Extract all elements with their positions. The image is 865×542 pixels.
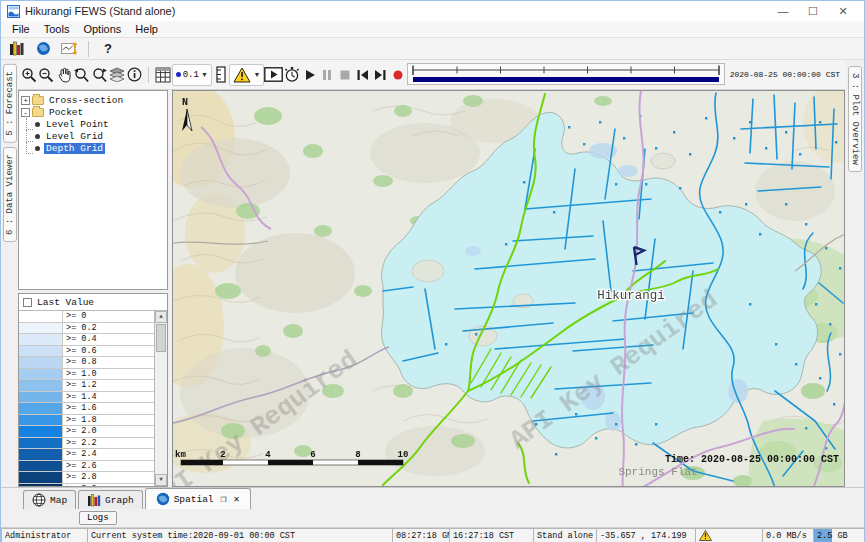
help-button[interactable]: ? [96,39,120,59]
legend-row-label: >= 2.8 [63,472,154,483]
legend-scrollbar[interactable]: ▲ ▼ [154,311,167,486]
tab-spatial[interactable]: Spatial ❐ ✕ [145,488,251,509]
tab-close-icon[interactable]: ✕ [234,493,240,505]
legend-row: >= 3.0 [19,484,154,487]
tree-node-label[interactable]: Pocket [47,107,85,118]
pause-button[interactable] [319,63,337,87]
grid-display-button[interactable] [154,63,172,87]
panel-tab-data-viewer[interactable]: 6 : Data Viewer [3,147,17,242]
legend-row: >= 0.2 [19,323,154,335]
record-button[interactable] [389,63,407,87]
legend-row-label: >= 1.2 [63,380,154,391]
memory-label: 2.5 GB [817,531,848,541]
tree-node-level-point[interactable]: Level Point [21,118,165,130]
tree-node-depth-grid[interactable]: Depth Grid [21,142,165,154]
scale-bar-button[interactable] [212,63,230,87]
legend-row: >= 0.4 [19,334,154,346]
menu-options[interactable]: Options [76,22,128,36]
tab-map[interactable]: Map [23,490,76,509]
magnifier-minus-icon [38,67,54,83]
tree-node-pocket[interactable]: - Pocket [21,106,165,118]
close-button[interactable]: ✕ [828,2,858,20]
window-title: Hikurangi FEWS (Stand alone) [25,5,175,17]
tree-node-label[interactable]: Level Grid [44,131,105,142]
menu-help[interactable]: Help [128,22,165,36]
step-forward-button[interactable] [371,63,389,87]
scale-unit: km [175,450,186,460]
filter-tree: + Cross-section - Pocket Level P [18,90,168,290]
map-viewport[interactable]: API Key Required API Key Required N km [172,90,845,487]
expand-icon[interactable]: + [21,96,30,105]
tree-node-label[interactable]: Level Point [44,119,111,130]
legend-row: >= 1.4 [19,392,154,404]
pan-button[interactable] [55,63,73,87]
title-bar: Hikurangi FEWS (Stand alone) — ☐ ✕ [1,1,864,21]
legend-color-swatch [19,323,63,334]
legend-color-swatch [19,346,63,357]
warning-triangle-icon [233,67,251,83]
panel-tab-plot-overview[interactable]: 3 : Plot Overview [848,66,862,172]
step-forward-icon [374,69,387,81]
legend-row-label: >= 1.0 [63,369,154,380]
bullet-icon [35,134,40,139]
legend-color-swatch [19,472,63,483]
tree-node-cross-section[interactable]: + Cross-section [21,94,165,106]
legend-color-swatch [19,334,63,345]
legend-row: >= 0.6 [19,346,154,358]
class-dot-icon [176,72,181,77]
tab-graph[interactable]: Graph [78,490,143,509]
legend-row-label: >= 0.2 [63,323,154,334]
tree-connector [26,130,33,142]
threshold-warning-dropdown[interactable]: ▼ [229,64,264,86]
timeseries-button[interactable] [57,39,81,59]
map-display-button[interactable] [31,39,55,59]
logs-button[interactable]: Logs [79,511,117,525]
folder-icon [32,108,44,117]
scroll-up-icon[interactable]: ▲ [155,311,167,323]
globe-wire-icon [32,493,46,507]
step-backward-button[interactable] [354,63,372,87]
panel-tab-forecast[interactable]: 5 : Forecast [3,64,17,143]
grid-icon [155,67,171,83]
last-value-checkbox[interactable] [23,298,32,307]
timeline-slider[interactable] [407,62,725,88]
map-toolbar: 0.1 ▼ ▼ [18,60,845,90]
map-canvas: API Key Required API Key Required N km [173,91,845,487]
zoom-previous-button[interactable] [73,63,91,87]
stop-button[interactable] [336,63,354,87]
status-gmt-time: 08:27:18 GMT [392,528,449,542]
legend-color-swatch [19,426,63,437]
animation-button[interactable] [264,63,283,87]
layers-button[interactable] [108,63,126,87]
classbreak-dropdown[interactable]: 0.1 ▼ [172,64,212,86]
menu-tools[interactable]: Tools [37,22,77,36]
menu-file[interactable]: File [5,22,37,36]
tree-node-label-selected[interactable]: Depth Grid [44,143,105,154]
stop-icon [339,69,351,81]
timer-settings-button[interactable] [283,63,301,87]
last-value-label: Last Value [37,297,94,308]
chart-updown-icon [61,41,78,56]
maximize-button[interactable]: ☐ [798,2,828,20]
info-button[interactable] [126,63,144,87]
locality-label: Springs Flat [618,466,697,478]
zoom-next-button[interactable] [90,63,108,87]
scroll-down-icon[interactable]: ▼ [155,474,167,486]
tab-float-icon[interactable]: ❐ [221,493,227,505]
scrollbar-thumb[interactable] [156,324,166,352]
hand-icon [57,67,72,83]
legend-row: >= 1.8 [19,415,154,427]
zoom-in-button[interactable] [20,63,38,87]
status-warning-cell[interactable] [695,528,762,542]
legend-row: >= 0 [19,311,154,323]
legend-row-label: >= 1.4 [63,392,154,403]
zoom-out-button[interactable] [38,63,56,87]
tree-node-level-grid[interactable]: Level Grid [21,130,165,142]
collapse-icon[interactable]: - [21,108,30,117]
minimize-button[interactable]: — [768,2,798,20]
map-time-label: Time: 2020-08-25 00:00:00 CST [665,454,839,465]
database-button[interactable] [5,39,29,59]
play-button[interactable] [301,63,319,87]
tree-node-label[interactable]: Cross-section [47,95,125,106]
forest-patch [749,419,845,487]
